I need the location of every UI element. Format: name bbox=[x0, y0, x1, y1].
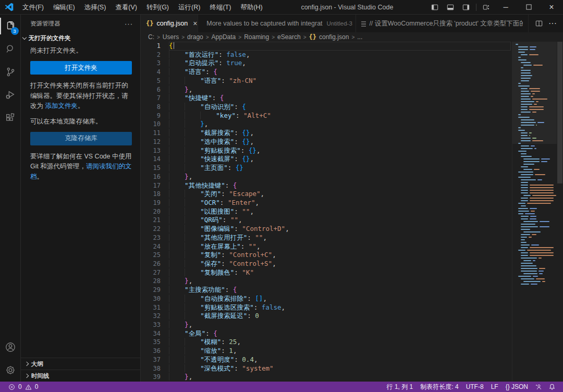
toggle-primary-sidebar-icon[interactable] bbox=[427, 0, 443, 14]
menu-item[interactable]: 编辑(E) bbox=[48, 0, 80, 15]
code-line[interactable]: 12 "选中搜索": {}, bbox=[141, 138, 511, 146]
menu-item[interactable]: 转到(G) bbox=[142, 0, 174, 15]
explorer-icon[interactable]: 3 bbox=[0, 15, 21, 38]
code-line[interactable]: 26 "保存": "Control+S", bbox=[141, 260, 511, 268]
code-line[interactable]: 28 }, bbox=[141, 277, 511, 286]
code-line[interactable]: 31 "剪贴板选区搜索": false, bbox=[141, 303, 511, 312]
status-item-tab-size[interactable]: 制表符长度: 4 bbox=[417, 383, 462, 391]
code-line[interactable]: 29 "主搜索功能": { bbox=[141, 286, 511, 295]
close-button[interactable]: × bbox=[540, 0, 563, 14]
breadcrumb-item[interactable]: C: bbox=[148, 33, 154, 41]
code-line[interactable]: 38 "深色模式": "system" bbox=[141, 364, 511, 373]
menu-item[interactable]: 文件(F) bbox=[18, 0, 48, 15]
run-debug-icon[interactable] bbox=[0, 83, 21, 106]
status-item-encoding[interactable]: UTF-8 bbox=[462, 383, 487, 390]
accounts-icon[interactable] bbox=[0, 336, 21, 359]
code-line[interactable]: 32 "截屏搜索延迟": 0 bbox=[141, 312, 511, 321]
toggle-secondary-sidebar-icon[interactable] bbox=[458, 0, 474, 14]
tab-untitled-4[interactable]: // 设置WooCommerce只搜索 'product' 文章类型下面的文章 bbox=[356, 15, 529, 32]
clone-repository-button[interactable]: 克隆存储库 bbox=[30, 132, 132, 145]
title-bar: 文件(F)编辑(E)选择(S)查看(V)转到(G)运行(R)终端(T)帮助(H)… bbox=[0, 0, 563, 15]
explorer-badge: 3 bbox=[11, 27, 19, 35]
code-line[interactable]: 13 "剪贴板搜索": {}, bbox=[141, 146, 511, 155]
minimize-button[interactable]: ─ bbox=[494, 0, 517, 14]
code-line[interactable]: 9 "key": "Alt+C" bbox=[141, 112, 511, 120]
breadcrumb-symbol[interactable]: ... bbox=[357, 33, 362, 41]
search-icon[interactable] bbox=[0, 38, 21, 60]
notifications-bell-icon[interactable] bbox=[545, 383, 559, 390]
menu-item[interactable]: 查看(V) bbox=[111, 0, 142, 15]
code-line[interactable]: 22 "图像编辑": "Control+D", bbox=[141, 225, 511, 234]
code-line[interactable]: 24 "放在屏幕上": "", bbox=[141, 242, 511, 251]
tab-config-json[interactable]: {} config.json × bbox=[141, 15, 198, 32]
code-line[interactable]: 34 "全局": { bbox=[141, 329, 511, 338]
code-line[interactable]: 5 "语言": "zh-CN" bbox=[141, 77, 511, 85]
breadcrumb-separator-icon: > bbox=[238, 34, 241, 40]
breadcrumb-item[interactable]: drago bbox=[187, 33, 203, 41]
code-line[interactable]: 6 }, bbox=[141, 85, 511, 94]
toggle-panel-icon[interactable] bbox=[443, 0, 458, 14]
editor-more-actions-icon[interactable]: ··· bbox=[546, 15, 559, 32]
customize-layout-icon[interactable] bbox=[479, 0, 494, 14]
code-line[interactable]: 37 "不透明度": 0.4, bbox=[141, 356, 511, 364]
breadcrumb-item[interactable]: eSearch bbox=[277, 33, 301, 41]
code-line[interactable]: 11 "截屏搜索": {}, bbox=[141, 129, 511, 138]
feedback-icon[interactable] bbox=[532, 383, 545, 390]
maximize-button[interactable] bbox=[517, 0, 540, 14]
breadcrumb-item[interactable]: Roaming bbox=[244, 33, 269, 41]
code-line[interactable]: 10 }, bbox=[141, 120, 511, 129]
menu-item[interactable]: 运行(R) bbox=[174, 0, 205, 15]
code-line[interactable]: 1{ bbox=[141, 42, 511, 51]
code-line[interactable]: 20 "以图搜图": "", bbox=[141, 207, 511, 216]
code-line[interactable]: 18 "关闭": "Escape", bbox=[141, 190, 511, 199]
menu-item[interactable]: 帮助(H) bbox=[236, 0, 267, 15]
code-line[interactable]: 39 }, bbox=[141, 373, 511, 382]
tab-untitled-3[interactable]: More values to be captured with integrat… bbox=[198, 15, 356, 32]
timeline-pane[interactable]: 时间线 bbox=[21, 370, 140, 382]
code-editor[interactable]: 1{2 "首次运行": false,3 "启动提示": true,4 "语言":… bbox=[141, 42, 563, 382]
tab-close-icon[interactable]: × bbox=[193, 19, 197, 28]
status-item-cursor-position[interactable]: 行 1, 列 1 bbox=[383, 383, 417, 391]
breadcrumb-separator-icon: > bbox=[157, 34, 160, 40]
split-editor-icon[interactable] bbox=[533, 15, 545, 32]
breadcrumb-item[interactable]: AppData bbox=[212, 33, 236, 41]
code-line[interactable]: 19 "OCR": "Enter", bbox=[141, 199, 511, 207]
scrollbar-slider[interactable] bbox=[557, 42, 562, 183]
status-item-eol[interactable]: LF bbox=[487, 383, 502, 390]
minimap[interactable] bbox=[512, 42, 557, 382]
explorer-more-actions-icon[interactable]: ··· bbox=[121, 20, 136, 28]
code-line[interactable]: 14 "快速截屏": {}, bbox=[141, 155, 511, 164]
code-line[interactable]: 8 "自动识别": { bbox=[141, 103, 511, 112]
code-line[interactable]: 25 "复制": "Control+C", bbox=[141, 251, 511, 260]
outline-pane[interactable]: 大纲 bbox=[21, 358, 140, 370]
breadcrumb-separator-icon: > bbox=[181, 34, 185, 40]
add-folder-link[interactable]: 添加文件夹 bbox=[45, 102, 78, 109]
problems-indicator[interactable]: 0 0 bbox=[4, 383, 41, 390]
status-item-language-mode[interactable]: {} JSON bbox=[502, 383, 532, 390]
breadcrumb-item[interactable]: Users bbox=[163, 33, 179, 41]
code-line[interactable]: 7 "快捷键": { bbox=[141, 94, 511, 103]
section-no-folder-opened[interactable]: 无打开的文件夹 bbox=[21, 32, 140, 44]
open-folder-button[interactable]: 打开文件夹 bbox=[30, 61, 132, 75]
code-line[interactable]: 16 }, bbox=[141, 173, 511, 181]
code-line[interactable]: 21 "QR码": "", bbox=[141, 216, 511, 225]
menu-item[interactable]: 选择(S) bbox=[80, 0, 111, 15]
code-line[interactable]: 4 "语言": { bbox=[141, 68, 511, 77]
code-line[interactable]: 15 "主页面": {} bbox=[141, 164, 511, 173]
settings-gear-icon[interactable] bbox=[0, 359, 21, 382]
code-line[interactable]: 36 "缩放": 1, bbox=[141, 347, 511, 356]
code-line[interactable]: 33 }, bbox=[141, 321, 511, 329]
code-line[interactable]: 17 "其他快捷键": { bbox=[141, 181, 511, 190]
code-line[interactable]: 35 "模糊": 25, bbox=[141, 338, 511, 347]
minimap-slider[interactable] bbox=[512, 42, 557, 144]
code-line[interactable]: 2 "首次运行": false, bbox=[141, 51, 511, 59]
menu-item[interactable]: 终端(T) bbox=[205, 0, 236, 15]
extensions-icon[interactable] bbox=[0, 106, 21, 129]
editor-scrollbar[interactable] bbox=[557, 42, 563, 382]
breadcrumb-file[interactable]: config.json bbox=[319, 33, 349, 41]
source-control-icon[interactable] bbox=[0, 60, 21, 83]
code-line[interactable]: 3 "启动提示": true, bbox=[141, 59, 511, 68]
code-line[interactable]: 27 "复制颜色": "K" bbox=[141, 268, 511, 277]
code-line[interactable]: 23 "其他应用打开": "", bbox=[141, 234, 511, 242]
code-line[interactable]: 30 "自动搜索排除": [], bbox=[141, 295, 511, 303]
